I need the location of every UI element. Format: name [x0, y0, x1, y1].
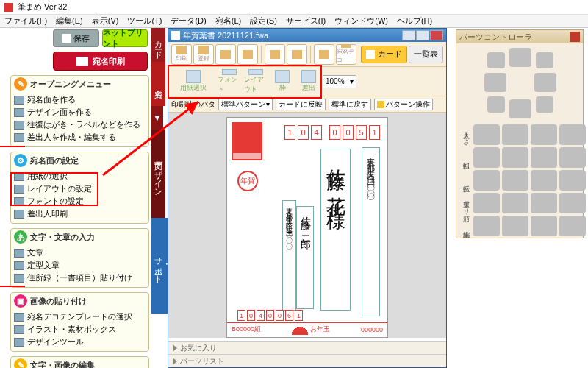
controller-titlebar[interactable]: パーツコントローラ	[456, 30, 583, 43]
frame-button[interactable]: 枠	[270, 68, 295, 95]
revert-button[interactable]: 標準に戻す	[329, 99, 371, 110]
settings-item-layout[interactable]: レイアウトの設定	[12, 183, 147, 195]
size-v-button[interactable]	[559, 124, 586, 145]
postcard-preview[interactable]: 年賀 1 0 4 0 0 5 1 東京都中央区佃〇〇〇ー〇〇 佐藤 花子 様 佐…	[226, 117, 388, 338]
left-panel: 保存 ネットプリント 宛名印刷 ✎オープニングメニュー 宛名面を作る デザイン面…	[0, 28, 151, 368]
move-right-button[interactable]	[534, 73, 556, 92]
reflect-button[interactable]: カードに反映	[276, 99, 326, 110]
edit-cut-button[interactable]	[473, 216, 500, 236]
rot-ccw2-button[interactable]	[531, 147, 557, 168]
card-view-button[interactable]: カード	[361, 46, 407, 63]
menu-view[interactable]: 表示(V)	[92, 15, 119, 26]
move-left-button[interactable]	[484, 73, 506, 92]
edit-paste-button[interactable]	[531, 216, 557, 236]
recipient-name[interactable]: 佐藤 花子 様	[320, 149, 351, 311]
opening-item[interactable]: 宛名面を作る	[12, 93, 147, 106]
rot-cw2-button[interactable]	[559, 147, 586, 168]
edit-delete-button[interactable]	[559, 216, 586, 236]
order-front-button[interactable]	[473, 193, 500, 213]
maximize-button[interactable]	[416, 30, 429, 40]
vtab-more[interactable]: ▼	[151, 106, 163, 130]
move-dr-button[interactable]	[536, 96, 553, 113]
image-item[interactable]: イラスト・素材ボックス	[12, 323, 147, 336]
menu-settings[interactable]: 設定(S)	[250, 15, 277, 26]
menu-window[interactable]: ウィンドウ(W)	[334, 15, 388, 26]
disk-icon	[62, 34, 71, 43]
pattern-select[interactable]: 標準パターン▾	[218, 99, 273, 110]
zoom-select[interactable]: 100%▾	[323, 75, 356, 88]
move-dl-button[interactable]	[487, 96, 505, 113]
menu-edit[interactable]: 編集(E)	[56, 15, 83, 26]
rot-ccw-button[interactable]	[473, 147, 500, 168]
rot-cw-button[interactable]	[502, 147, 528, 168]
menu-help[interactable]: ヘルプ(H)	[397, 15, 432, 26]
doc-titlebar[interactable]: 年賀葉書 20211121.fwa	[168, 29, 446, 42]
menu-file[interactable]: ファイル(F)	[4, 15, 47, 26]
close-icon[interactable]	[570, 32, 580, 42]
move-up-button[interactable]	[509, 48, 531, 67]
close-button[interactable]	[430, 30, 443, 40]
opening-item[interactable]: デザイン面を作る	[12, 106, 147, 118]
list-view-button[interactable]: 一覧表	[409, 46, 443, 63]
partslist-tab[interactable]: パーツリスト	[168, 354, 446, 367]
image-item[interactable]: デザインツール	[12, 336, 147, 348]
size-minus-button[interactable]	[502, 124, 528, 145]
order-fwd-button[interactable]	[531, 193, 557, 213]
tb-register-button[interactable]: 登録	[193, 44, 214, 65]
tb-next-button[interactable]	[287, 44, 307, 65]
move-down-button[interactable]	[509, 99, 531, 118]
vtab-atena[interactable]: 宛名	[151, 62, 165, 106]
tb-redo-button[interactable]	[237, 44, 258, 65]
recipient-zip[interactable]: 1 0 4 0 0 5 1	[284, 125, 380, 140]
pattern-ops-button[interactable]: パターン操作	[374, 99, 433, 110]
edit-copy-button[interactable]	[502, 216, 528, 236]
opening-item[interactable]: 往復はがき・ラベルなどを作る	[12, 118, 147, 131]
recipient-address[interactable]: 東京都中央区佃〇〇〇ー〇〇	[362, 147, 380, 316]
layout-button[interactable]: レイアウト	[243, 68, 268, 95]
settings-item-font[interactable]: フォントの設定	[12, 195, 147, 208]
settings-item-paper[interactable]: 用紙の選択	[12, 170, 147, 183]
minimize-button[interactable]	[402, 30, 415, 40]
paper-select-button[interactable]: 用紙選択	[171, 68, 215, 95]
font-button[interactable]: フォント	[217, 68, 242, 95]
sender-button[interactable]: 差出	[296, 68, 321, 95]
sender-name[interactable]: 佐藤 二郎	[296, 206, 314, 309]
sender-address[interactable]: 東京都中央区銀座〇ー〇ー〇	[282, 200, 296, 311]
flip-h-button[interactable]	[473, 170, 500, 191]
favorites-tab[interactable]: お気に入り	[168, 341, 446, 354]
order-back-button[interactable]	[502, 193, 528, 213]
flip-v-button[interactable]	[502, 170, 528, 191]
move-ur-button[interactable]	[536, 52, 553, 68]
flip-3-button[interactable]	[531, 170, 557, 191]
panel-title: オープニングメニュー	[30, 79, 111, 90]
sender-icon	[301, 70, 316, 83]
opening-item[interactable]: 差出人を作成・編集する	[12, 131, 147, 144]
doc-title: 年賀葉書 20211121.fwa	[183, 30, 268, 41]
order-bwd-button[interactable]	[559, 193, 586, 213]
vtab-design[interactable]: 文面デザイン	[151, 130, 165, 218]
move-ul-button[interactable]	[487, 52, 505, 68]
menu-atena[interactable]: 宛名(L)	[215, 15, 241, 26]
image-item[interactable]: 宛名デコテンプレートの選択	[12, 311, 147, 323]
tb-new-button[interactable]	[314, 44, 334, 65]
text-item[interactable]: 住所録（一書項目）貼り付け	[12, 272, 147, 284]
tb-undo-button[interactable]	[215, 44, 236, 65]
menu-data[interactable]: データ(D)	[171, 15, 206, 26]
save-button[interactable]: 保存	[53, 29, 99, 47]
flip-4-button[interactable]	[559, 170, 586, 191]
tb-prev-button[interactable]	[265, 44, 285, 65]
menu-tool[interactable]: ツール(T)	[127, 15, 162, 26]
size-plus-button[interactable]	[473, 124, 500, 145]
atena-print-button[interactable]: 宛名印刷	[53, 52, 148, 71]
text-item[interactable]: 定型文章	[12, 259, 147, 272]
vtab-card[interactable]: カード	[151, 28, 165, 62]
parts-controller[interactable]: パーツコントローラ 大きさ 回転 反転 重なり順 編集	[456, 29, 584, 238]
text-item[interactable]: 文章	[12, 247, 147, 259]
sender-zip[interactable]: 1 0 4 0 0 6 1	[237, 310, 303, 321]
tb-deco-button[interactable]: 宛名デコ	[336, 44, 356, 65]
tb-print-button[interactable]: 印刷	[171, 44, 192, 65]
size-h-button[interactable]	[531, 124, 557, 145]
netprint-button[interactable]: ネットプリント	[102, 29, 148, 47]
menu-service[interactable]: サービス(I)	[286, 15, 326, 26]
settings-item-sender[interactable]: 差出人印刷	[12, 208, 147, 220]
